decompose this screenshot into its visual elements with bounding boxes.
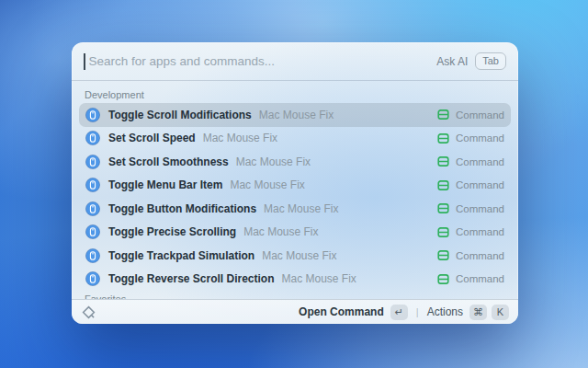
footer-bar: Open Command ↵ | Actions ⌘ K (72, 299, 518, 324)
search-input[interactable] (89, 54, 437, 68)
raycast-logo-icon (81, 305, 96, 320)
command-list[interactable]: Development Toggle Scroll Modifications … (72, 81, 518, 299)
list-item[interactable]: Toggle Scroll Modifications Mac Mouse Fi… (79, 103, 511, 127)
search-bar[interactable]: Ask AI Tab (72, 42, 518, 80)
mac-mouse-fix-app-icon (85, 155, 100, 169)
command-subtitle: Mac Mouse Fix (236, 155, 311, 168)
list-item[interactable]: Set Scroll Smoothness Mac Mouse Fix Comm… (79, 150, 511, 174)
command-subtitle: Mac Mouse Fix (230, 178, 304, 191)
mac-mouse-fix-app-icon (85, 201, 100, 216)
list-item[interactable]: Toggle Trackpad Simulation Mac Mouse Fix… (79, 244, 511, 268)
command-subtitle: Mac Mouse Fix (262, 249, 336, 262)
command-subtitle: Mac Mouse Fix (203, 132, 277, 144)
command-title: Toggle Precise Scrolling (108, 225, 236, 238)
command-title: Toggle Menu Bar Item (108, 178, 222, 191)
command-type-icon (437, 109, 449, 121)
ask-ai-label: Ask AI (436, 55, 468, 68)
command-type-label: Command (456, 132, 504, 144)
text-caret (84, 53, 85, 70)
mac-mouse-fix-app-icon (85, 224, 100, 239)
command-type-icon (437, 202, 449, 214)
mac-mouse-fix-app-icon (85, 178, 100, 192)
command-title: Set Scroll Smoothness (108, 155, 229, 168)
command-type-label: Command (456, 179, 504, 190)
development-rows: Toggle Scroll Modifications Mac Mouse Fi… (79, 103, 511, 291)
command-subtitle: Mac Mouse Fix (259, 109, 334, 121)
command-type-label: Command (456, 250, 504, 261)
command-title: Toggle Button Modifications (108, 202, 256, 215)
command-title: Toggle Trackpad Simulation (108, 249, 254, 262)
command-subtitle: Mac Mouse Fix (282, 272, 356, 285)
return-key-badge[interactable]: ↵ (390, 305, 408, 320)
command-type-label: Command (456, 156, 504, 167)
command-type-label: Command (456, 226, 504, 237)
mac-mouse-fix-app-icon (85, 248, 100, 263)
footer-divider: | (416, 306, 419, 317)
tab-key-badge[interactable]: Tab (475, 52, 506, 70)
command-subtitle: Mac Mouse Fix (243, 225, 318, 238)
command-type-label: Command (456, 109, 504, 121)
command-type-icon (437, 273, 449, 285)
command-title: Toggle Scroll Modifications (108, 109, 252, 121)
mac-mouse-fix-app-icon (85, 108, 100, 122)
command-type-icon (437, 226, 449, 238)
list-item[interactable]: Toggle Precise Scrolling Mac Mouse Fix C… (79, 221, 511, 245)
list-item[interactable]: Toggle Menu Bar Item Mac Mouse Fix Comma… (79, 174, 511, 198)
command-type-icon (437, 179, 449, 191)
command-type-label: Command (456, 203, 504, 214)
list-item[interactable]: Toggle Button Modifications Mac Mouse Fi… (79, 197, 511, 221)
mac-mouse-fix-app-icon (85, 271, 100, 286)
command-title: Toggle Reverse Scroll Direction (108, 272, 275, 285)
actions-button[interactable]: Actions (427, 305, 463, 318)
command-type-icon (437, 155, 449, 167)
list-item[interactable]: Toggle Reverse Scroll Direction Mac Mous… (79, 268, 511, 292)
section-header-development: Development (79, 86, 511, 103)
command-title: Set Scroll Speed (108, 132, 196, 144)
command-key-badge[interactable]: ⌘ (469, 305, 487, 320)
open-command-button[interactable]: Open Command (299, 305, 384, 318)
command-subtitle: Mac Mouse Fix (264, 202, 338, 215)
k-key-badge[interactable]: K (492, 305, 509, 320)
launcher-window: Ask AI Tab Development Toggle Scroll Mod… (72, 42, 518, 324)
command-type-label: Command (456, 273, 504, 284)
mac-mouse-fix-app-icon (85, 131, 100, 145)
command-type-icon (437, 132, 449, 144)
list-item[interactable]: Set Scroll Speed Mac Mouse Fix Command (79, 127, 511, 151)
section-header-favorites: Favorites (79, 291, 511, 299)
command-type-icon (437, 249, 449, 261)
